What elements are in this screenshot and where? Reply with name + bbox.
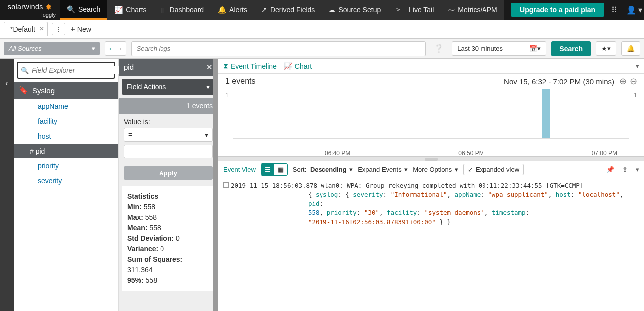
bell-icon: 🔔 (218, 6, 226, 14)
derived-icon: ↗ (261, 6, 267, 14)
pin-icon[interactable]: 📌 (606, 166, 614, 173)
calendar-icon: 📅▾ (529, 45, 541, 52)
options-caret[interactable]: ▾ (636, 166, 639, 173)
search-input[interactable] (137, 45, 421, 52)
more-options-dropdown[interactable]: More Options ▾ (413, 166, 458, 173)
next-search[interactable]: › (115, 42, 125, 55)
log-json: { syslog: { severity: "Informational", a… (223, 190, 639, 227)
field-item-severity[interactable]: severity (14, 173, 118, 188)
view-toggle: ☰ ▦ (261, 163, 288, 176)
zoom-in-icon[interactable]: ⊕ (619, 76, 627, 87)
x-label: 06:50 PM (458, 150, 483, 156)
field-explorer-input[interactable] (32, 66, 120, 74)
tab-event-timeline[interactable]: ⧗Event Timeline (223, 62, 277, 70)
zoom-out-icon[interactable]: ⊖ (630, 76, 637, 87)
apps-icon[interactable]: ⠿ (604, 0, 624, 20)
tab-options[interactable]: ⋮ (52, 23, 65, 35)
expand-log-button[interactable]: + (223, 182, 229, 188)
search-icon: 🔍 (21, 67, 29, 74)
help-icon[interactable]: ❔ (431, 44, 447, 53)
nav-derived[interactable]: ↗Derived Fields (254, 0, 322, 20)
event-count: 1 events (225, 77, 255, 86)
expand-events-dropdown[interactable]: Expand Events ▾ (358, 166, 408, 173)
prev-search[interactable]: ‹ (105, 42, 115, 55)
field-item-facility[interactable]: facility (14, 114, 118, 129)
x-label: 06:40 PM (325, 150, 350, 156)
nav-sourcesetup[interactable]: ☁Source Setup (322, 0, 388, 20)
log-message: 2019-11-15 18:56:03.878 wlan0: WPA: Grou… (231, 181, 583, 190)
sunburst-icon: ✸ (45, 2, 52, 12)
nav-alerts[interactable]: 🔔Alerts (211, 0, 254, 20)
sort-dropdown[interactable]: Sort: Descending ▾ (293, 166, 353, 173)
chart-icon: 📈 (284, 62, 292, 70)
close-icon[interactable]: ✕ (39, 25, 44, 32)
timerange-dropdown[interactable]: Last 30 minutes📅▾ (452, 41, 546, 56)
search-button[interactable]: Search (551, 41, 591, 56)
syslog-group-header[interactable]: 🔖 Syslog (14, 82, 118, 99)
pulse-icon: ⁓ (448, 6, 455, 14)
stats-title: Statistics (127, 192, 158, 200)
y-axis-label: 1 (225, 92, 229, 99)
tag-icon: 🔖 (19, 86, 28, 95)
event-view-link[interactable]: Event View (223, 166, 256, 173)
time-range: Nov 15, 6:32 - 7:02 PM (30 mins) (504, 77, 614, 86)
chart-icon: 📈 (114, 6, 123, 14)
field-title: pid (124, 63, 134, 72)
field-item-host[interactable]: host (14, 129, 118, 144)
expand-icon: ⤢ (468, 166, 473, 173)
value-input[interactable] (124, 145, 213, 158)
nav-livetail[interactable]: ＞_Live Tail (388, 0, 441, 20)
timeline-chart[interactable] (233, 89, 629, 139)
nav-metrics[interactable]: ⁓Metrics/APM (441, 0, 504, 20)
export-icon[interactable]: ⇪ (622, 166, 628, 173)
tab-default[interactable]: *Default ✕ (4, 22, 48, 36)
search-icon: 🔍 (67, 5, 75, 13)
field-item-pid[interactable]: pid (14, 144, 118, 158)
value-is-label: Value is: (124, 118, 213, 126)
hourglass-icon: ⧗ (223, 62, 228, 70)
resize-handle[interactable] (218, 156, 644, 161)
list-view[interactable]: ☰ (261, 164, 274, 175)
apply-button[interactable]: Apply (124, 166, 213, 180)
upgrade-button[interactable]: Upgrade to a paid plan (511, 3, 604, 17)
field-item-priority[interactable]: priority (14, 158, 118, 173)
user-menu[interactable]: 👤 ▾ (624, 0, 644, 20)
stat-row: Min: 558 (127, 202, 209, 212)
tab-chart[interactable]: 📈Chart (284, 62, 312, 70)
operator-dropdown[interactable]: =▾ (124, 128, 213, 142)
chevron-down-icon: ▾ (206, 83, 210, 91)
collapse-sidebar[interactable]: ‹ (0, 59, 14, 311)
alerts-button[interactable]: 🔔 (621, 41, 640, 56)
stat-row: Sum of Squares: 311,364 (127, 254, 209, 275)
sources-dropdown[interactable]: All Sources▾ (4, 42, 100, 55)
stat-row: Variance: 0 (127, 244, 209, 254)
history-pager: ‹ › (105, 41, 126, 56)
brand-logo: solarwinds✸ loggly (0, 0, 60, 20)
chevron-down-icon: ▾ (91, 45, 95, 52)
nav-search[interactable]: 🔍Search (60, 0, 107, 20)
events-count: 1 events (119, 98, 218, 114)
terminal-icon: ＞_ (395, 5, 406, 14)
stat-row: 95%: 558 (127, 275, 209, 286)
expanded-view-button[interactable]: ⤢Expanded view (463, 164, 524, 175)
scrollbar[interactable] (213, 59, 218, 311)
close-icon[interactable]: ✕ (206, 63, 213, 72)
new-tab-button[interactable]: ＋New (69, 25, 91, 34)
field-item-appName[interactable]: appName (14, 99, 118, 114)
grid-view[interactable]: ▦ (274, 164, 287, 175)
stat-row: Std Deviation: 0 (127, 233, 209, 244)
tab-label: *Default (10, 25, 35, 33)
field-actions-dropdown[interactable]: Field Actions▾ (122, 79, 215, 95)
y-axis-label-right: 1 (634, 92, 637, 99)
collapse-timeline[interactable]: ▾ (636, 62, 639, 70)
nav-charts[interactable]: 📈Charts (107, 0, 153, 20)
dashboard-icon: ▦ (161, 6, 167, 14)
nav-dashboard[interactable]: ▦Dashboard (154, 0, 211, 20)
x-label: 07:00 PM (592, 150, 617, 156)
stat-row: Mean: 558 (127, 223, 209, 233)
chevron-down-icon: ▾ (205, 131, 208, 139)
chart-bar (542, 89, 550, 138)
favorites-button[interactable]: ★▾ (596, 41, 616, 56)
stat-row: Max: 558 (127, 212, 209, 223)
cloud-icon: ☁ (328, 6, 335, 14)
